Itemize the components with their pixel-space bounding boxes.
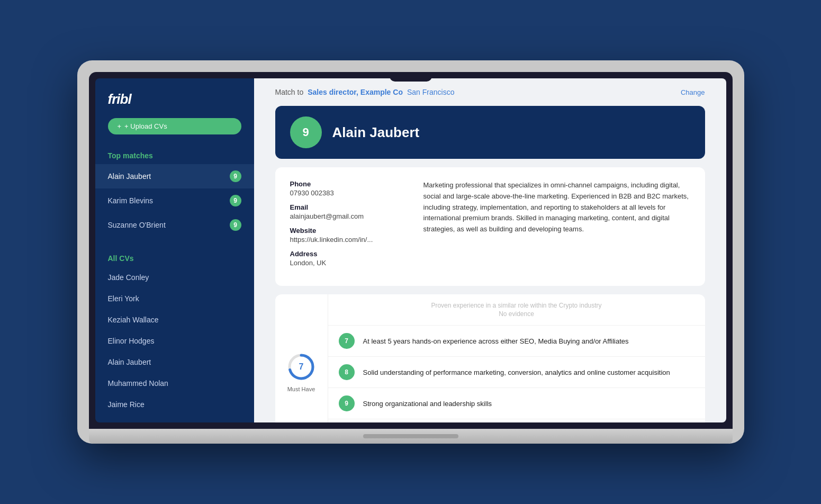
no-evidence-text: No evidence bbox=[339, 310, 694, 318]
address-label: Address bbox=[290, 250, 407, 258]
main-content: Match to Sales director, Example Co San … bbox=[254, 78, 726, 422]
skill-score-2: 9 bbox=[339, 395, 355, 411]
sidebar-item-karim-blevins[interactable]: Karim Blevins 9 bbox=[95, 188, 254, 213]
sidebar-item-karim-blevins-allcvs[interactable]: Karim Blevins bbox=[95, 415, 254, 422]
candidate-info-card: Phone 07930 002383 Email alainjaubert@gm… bbox=[275, 167, 705, 286]
laptop-base bbox=[89, 429, 733, 444]
upload-cvs-button[interactable]: + + Upload CVs bbox=[108, 118, 241, 134]
skills-card: 7 Must Have Proven experience in a simil… bbox=[275, 294, 705, 422]
app-logo: fribl bbox=[95, 91, 254, 118]
match-label: Match to bbox=[275, 88, 304, 96]
all-cvs-label: All CVs bbox=[95, 250, 254, 267]
candidate-name: Alain Jaubert bbox=[332, 124, 420, 141]
sidebar-item-elinor-hodges[interactable]: Elinor Hodges bbox=[95, 330, 254, 352]
must-have-number: 7 bbox=[299, 362, 304, 372]
address-value: London, UK bbox=[290, 259, 407, 267]
candidate-bio: Marketing professional that specializes … bbox=[423, 180, 690, 273]
skill-row-0: 7 At least 5 years hands-on experience a… bbox=[328, 326, 705, 357]
must-have-donut: 7 bbox=[286, 352, 316, 382]
sidebar: fribl + + Upload CVs Top matches Alain J… bbox=[95, 78, 254, 422]
no-evidence-title: Proven experience in a similar role with… bbox=[339, 302, 694, 309]
skill-text-2: Strong organizational and leadership ski… bbox=[363, 400, 492, 408]
sidebar-item-keziah-wallace[interactable]: Keziah Wallace bbox=[95, 309, 254, 330]
email-value: alainjaubert@gmail.com bbox=[290, 212, 407, 220]
upload-plus-icon: + bbox=[118, 122, 122, 130]
no-evidence-row: Proven experience in a similar role with… bbox=[328, 294, 705, 326]
skill-score-0: 7 bbox=[339, 333, 355, 349]
must-have-section: 7 Must Have Proven experience in a simil… bbox=[275, 294, 705, 422]
email-label: Email bbox=[290, 203, 407, 211]
email-field: Email alainjaubert@gmail.com bbox=[290, 203, 407, 220]
skill-text-0: At least 5 years hands-on experience acr… bbox=[363, 337, 629, 345]
phone-label: Phone bbox=[290, 180, 407, 188]
sidebar-item-alain-jaubert-allcvs[interactable]: Alain Jaubert bbox=[95, 352, 254, 373]
website-field: Website https://uk.linkedin.com/in/... bbox=[290, 227, 407, 244]
skills-list: Proven experience in a similar role with… bbox=[328, 294, 705, 422]
sidebar-item-eleri-york[interactable]: Eleri York bbox=[95, 288, 254, 309]
phone-value: 07930 002383 bbox=[290, 189, 407, 197]
top-matches-label: Top matches bbox=[95, 147, 254, 164]
laptop-base-line bbox=[363, 434, 458, 438]
address-field: Address London, UK bbox=[290, 250, 407, 267]
top-bar: Match to Sales director, Example Co San … bbox=[254, 78, 726, 106]
website-value: https://uk.linkedin.com/in/... bbox=[290, 236, 407, 244]
job-title: Sales director, Example Co bbox=[308, 88, 403, 96]
sidebar-item-alain-jaubert[interactable]: Alain Jaubert 9 bbox=[95, 164, 254, 188]
content-area: 9 Alain Jaubert Phone 07930 002383 Email bbox=[254, 106, 726, 422]
sidebar-item-jaime-rice[interactable]: Jaime Rice bbox=[95, 394, 254, 415]
must-have-score-panel: 7 Must Have bbox=[275, 294, 328, 422]
skill-row-3: 7 Analytical mindset with numerical apti… bbox=[328, 419, 705, 422]
sidebar-item-muhammed-nolan[interactable]: Muhammed Nolan bbox=[95, 373, 254, 394]
skill-row-1: 8 Solid understanding of performance mar… bbox=[328, 357, 705, 388]
candidate-header-card: 9 Alain Jaubert bbox=[275, 106, 705, 159]
skill-row-2: 9 Strong organizational and leadership s… bbox=[328, 388, 705, 419]
skill-text-1: Solid understanding of performance marke… bbox=[363, 368, 670, 376]
sidebar-item-suzanne-obrient[interactable]: Suzanne O'Brient 9 bbox=[95, 213, 254, 237]
website-label: Website bbox=[290, 227, 407, 235]
sidebar-item-jade-conley[interactable]: Jade Conley bbox=[95, 267, 254, 288]
phone-field: Phone 07930 002383 bbox=[290, 180, 407, 197]
job-location: San Francisco bbox=[407, 88, 454, 96]
skill-score-1: 8 bbox=[339, 364, 355, 380]
candidate-score-circle: 9 bbox=[290, 116, 322, 148]
must-have-label: Must Have bbox=[287, 386, 315, 392]
candidate-contact-info: Phone 07930 002383 Email alainjaubert@gm… bbox=[290, 180, 407, 273]
change-link[interactable]: Change bbox=[681, 88, 705, 96]
